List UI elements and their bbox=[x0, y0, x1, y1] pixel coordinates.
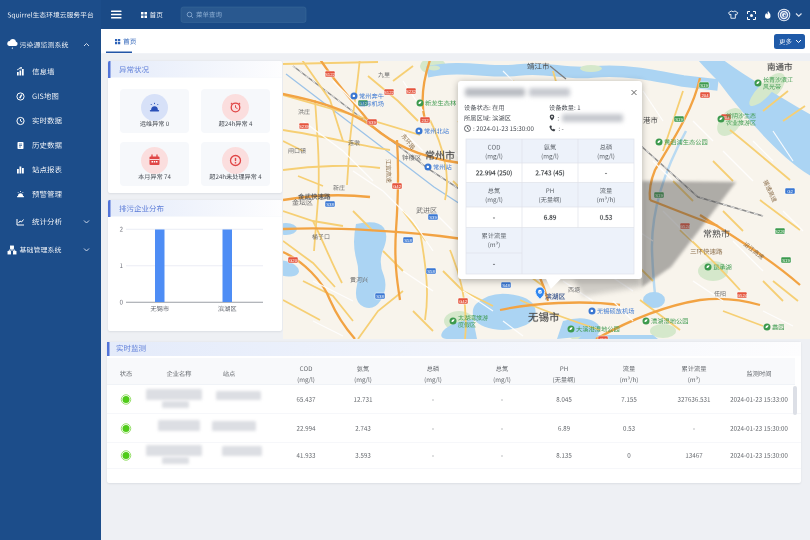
svg-text:S122: S122 bbox=[384, 90, 395, 95]
svg-text:S232: S232 bbox=[406, 89, 417, 94]
svg-text:S19: S19 bbox=[700, 83, 708, 88]
svg-text:S19: S19 bbox=[782, 258, 790, 263]
svg-text:S226: S226 bbox=[775, 229, 786, 234]
svg-text:G42: G42 bbox=[459, 299, 468, 304]
svg-text:S38: S38 bbox=[326, 202, 334, 207]
svg-text:G20: G20 bbox=[289, 258, 298, 263]
svg-text:S39: S39 bbox=[429, 215, 437, 220]
svg-text:S239: S239 bbox=[299, 124, 310, 129]
svg-text:S39: S39 bbox=[368, 120, 376, 125]
svg-text:S58: S58 bbox=[404, 238, 412, 243]
svg-text:S19: S19 bbox=[675, 117, 683, 122]
svg-text:312: 312 bbox=[599, 337, 607, 342]
svg-text:S122: S122 bbox=[325, 72, 336, 77]
svg-text:G524: G524 bbox=[737, 293, 748, 298]
svg-text:232: 232 bbox=[421, 118, 429, 123]
svg-text:204: 204 bbox=[701, 93, 709, 98]
svg-text:G2: G2 bbox=[787, 189, 793, 194]
svg-text:S38: S38 bbox=[376, 294, 384, 299]
svg-text:G42: G42 bbox=[393, 184, 402, 189]
svg-text:S48: S48 bbox=[502, 283, 510, 288]
svg-text:S58: S58 bbox=[427, 269, 435, 274]
